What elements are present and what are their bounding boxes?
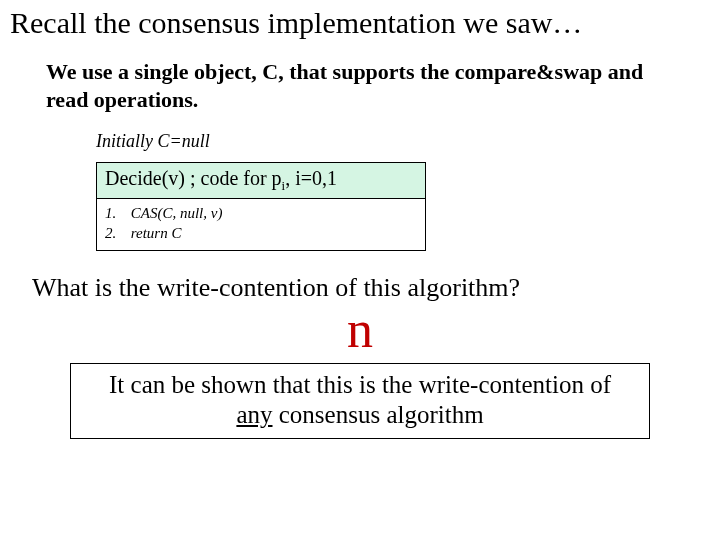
code-line-2-txt: return C [131,225,182,241]
code-header-post: , i=0,1 [285,167,337,189]
note-box: It can be shown that this is the write-c… [70,363,650,439]
answer-n: n [10,303,710,358]
code-line-1-num: 1. [105,203,127,223]
note-underline: any [236,401,272,428]
code-line-2-num: 2. [105,223,127,243]
code-line-1-txt: CAS(C, null, v) [131,205,223,221]
note-pre: It can be shown that this is the write-c… [109,371,611,398]
code-body: 1. CAS(C, null, v) 2. return C [96,199,426,251]
code-line-1: 1. CAS(C, null, v) [105,203,417,223]
intro-text: We use a single object, C, that supports… [46,58,690,113]
code-box: Decide(v) ; code for pi, i=0,1 1. CAS(C,… [96,162,426,251]
question-text: What is the write-contention of this alg… [32,273,710,303]
note-post: consensus algorithm [273,401,484,428]
code-header: Decide(v) ; code for pi, i=0,1 [96,162,426,199]
slide-title: Recall the consensus implementation we s… [10,6,710,40]
initial-condition: Initially C=null [96,131,710,152]
code-header-pre: Decide(v) ; code for p [105,167,282,189]
code-line-2: 2. return C [105,223,417,243]
